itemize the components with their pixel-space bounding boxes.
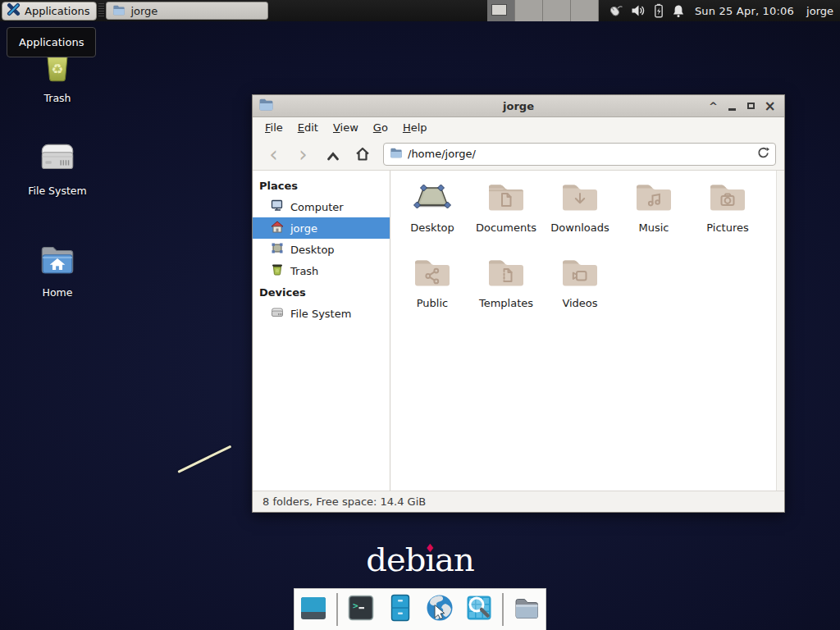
globe-browser-icon [424, 592, 455, 627]
workspace-4[interactable] [571, 0, 599, 21]
applications-menu-label: Applications [25, 5, 89, 17]
sidebar-item-desktop[interactable]: Desktop [253, 239, 390, 260]
up-button[interactable] [320, 142, 345, 167]
toolbar: ‹ › [253, 138, 784, 171]
folder-item-desktop[interactable]: Desktop [395, 179, 469, 254]
workspace-1[interactable] [487, 0, 515, 21]
close-button[interactable]: × [760, 97, 779, 116]
battery-icon[interactable] [653, 3, 664, 18]
folder-item-pictures[interactable]: Pictures [691, 179, 765, 254]
home-button[interactable] [349, 142, 375, 167]
computer-icon [271, 199, 284, 214]
debian-diamond: ♦ [425, 542, 436, 555]
panel-username: jorge [806, 5, 833, 17]
workspace-window-thumb [491, 4, 507, 16]
menu-edit[interactable]: Edit [290, 119, 326, 136]
places-header: Places [253, 175, 390, 196]
folder-item-public[interactable]: Public [395, 254, 469, 330]
menu-help[interactable]: Help [395, 119, 435, 136]
file-manager-window: jorge ^ × File Edit View Go Help ‹ › [252, 94, 785, 513]
sidebar-item-computer[interactable]: Computer [253, 196, 390, 217]
window-title: jorge [503, 100, 534, 112]
logo-text: an [435, 541, 474, 578]
volume-icon[interactable] [631, 4, 646, 17]
reload-icon[interactable] [756, 146, 769, 162]
desktop-mini-icon [271, 242, 284, 257]
harddrive-icon [37, 138, 78, 180]
notifications-bell-icon[interactable] [672, 4, 685, 18]
scrollbar-track[interactable] [776, 171, 784, 491]
top-panel: Applications jorge [0, 0, 840, 21]
devices-header: Devices [253, 281, 390, 303]
folder-item-label: Public [417, 297, 448, 309]
sidebar-item-filesystem[interactable]: File System [253, 303, 390, 324]
sidebar-item-label: Computer [290, 201, 344, 213]
application-finder-launcher[interactable] [463, 593, 495, 626]
folder-item-label: Desktop [410, 221, 454, 234]
show-desktop-icon [298, 592, 329, 627]
mouse-tray-icon[interactable] [607, 3, 623, 18]
back-button[interactable]: ‹ [261, 142, 286, 167]
sidebar-item-jorge[interactable]: jorge [253, 217, 390, 239]
folder-item-label: Pictures [706, 221, 748, 234]
window-folder-icon [258, 98, 274, 114]
menubar: File Edit View Go Help [253, 117, 784, 138]
folder-item-videos[interactable]: Videos [543, 254, 617, 330]
desktop-icon-label: File System [28, 185, 87, 197]
panel-clock[interactable]: Sun 25 Apr, 10:06 [695, 5, 794, 17]
desktop-icon-label: Trash [43, 92, 71, 104]
sidebar-item-label: Trash [290, 265, 318, 277]
desktop-artifact-line [177, 445, 231, 473]
folder-item-music[interactable]: Music [617, 179, 691, 254]
maximize-button[interactable] [742, 97, 760, 116]
desktop-icon-home[interactable]: Home [16, 240, 98, 299]
show-desktop-button[interactable] [297, 593, 330, 626]
trash-mini-icon [271, 263, 284, 278]
forward-button[interactable]: › [290, 142, 316, 167]
web-browser-launcher[interactable] [423, 593, 456, 626]
logo-text: deb [366, 541, 425, 578]
folder-item-downloads[interactable]: Downloads [543, 179, 617, 254]
sidebar-item-label: jorge [290, 222, 317, 235]
home-icon [354, 144, 371, 165]
folder-item-label: Music [639, 221, 669, 234]
folder-item-label: Videos [562, 297, 597, 309]
desktop-icon-label: Home [43, 286, 73, 299]
minimize-button[interactable] [723, 97, 742, 116]
folder-item-label: Downloads [550, 221, 609, 234]
workspace-switcher[interactable] [487, 0, 599, 21]
workspace-3[interactable] [543, 0, 571, 21]
desktop-icon-filesystem[interactable]: File System [16, 138, 98, 197]
shade-button[interactable]: ^ [704, 97, 723, 116]
folder-menu-launcher[interactable] [510, 593, 543, 626]
xfce-applications-icon [7, 2, 21, 19]
dock-separator [502, 593, 504, 626]
workspace-2[interactable] [515, 0, 543, 21]
sidebar-item-label: File System [290, 308, 351, 320]
location-bar[interactable] [383, 143, 776, 166]
logo-i: ı♦ [425, 541, 435, 578]
panel-handle [98, 3, 104, 18]
file-manager-launcher[interactable] [384, 593, 417, 626]
sidebar: Places Computer jo [253, 171, 390, 491]
minimize-icon [728, 108, 736, 111]
folder-item-templates[interactable]: Templates [469, 254, 543, 330]
dock-separator [336, 593, 338, 626]
applications-menu-button[interactable]: Applications [2, 2, 97, 21]
sidebar-item-trash[interactable]: Trash [253, 260, 390, 281]
terminal-icon: > [345, 592, 377, 627]
debian-logo: debı♦an [366, 541, 473, 578]
terminal-launcher[interactable]: > [345, 593, 377, 626]
folder-item-documents[interactable]: Documents [469, 179, 543, 254]
home-folder-icon [37, 240, 78, 282]
harddrive-mini-icon [271, 306, 284, 321]
taskbar-window-button[interactable]: jorge [106, 2, 268, 20]
menu-view[interactable]: View [326, 119, 366, 136]
statusbar: 8 folders, Free space: 14.4 GiB [253, 491, 784, 512]
path-input[interactable] [408, 148, 751, 160]
window-titlebar[interactable]: jorge ^ × [253, 95, 784, 117]
menu-go[interactable]: Go [366, 119, 395, 136]
file-cabinet-icon [385, 592, 416, 627]
taskbar-window-label: jorge [130, 5, 158, 17]
menu-file[interactable]: File [258, 119, 290, 136]
